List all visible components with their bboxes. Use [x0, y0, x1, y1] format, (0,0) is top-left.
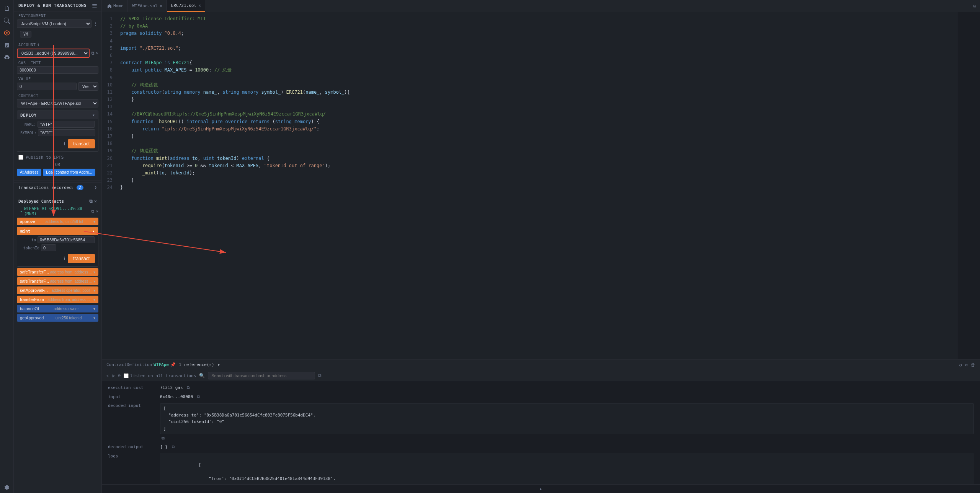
set-approval-button[interactable]: setApprovalF... address operator, bool ▾ — [17, 286, 98, 294]
tab-wtfape[interactable]: WTFApe.sol × — [129, 0, 167, 12]
decoded-input-copy-icon[interactable]: ⧉ — [162, 436, 165, 441]
environment-select[interactable]: JavaScript VM (London) — [17, 20, 91, 28]
refresh-icon[interactable]: ↺ — [959, 362, 962, 368]
load-contract-button[interactable]: Load contract from Addre... — [43, 169, 95, 176]
forward-icon[interactable]: ▷ — [112, 373, 115, 378]
gas-limit-input[interactable] — [17, 66, 98, 74]
get-approved-chevron-icon: ▾ — [93, 316, 95, 320]
search-log-icon[interactable]: 🔍 — [199, 373, 205, 378]
transfer-from-button[interactable]: transferFrom address from, address ... ▾ — [17, 296, 98, 303]
panel-menu-icon[interactable] — [92, 3, 97, 8]
tab-split-icon[interactable]: ⊟ — [971, 3, 978, 9]
log-decoded-input: decoded input [ "address to": "0x5B38Da6… — [108, 402, 974, 441]
ref-chevron-icon[interactable]: ▾ — [217, 362, 220, 368]
decoded-input-key: decoded input — [108, 402, 154, 441]
transactions-count-badge: 2 — [77, 185, 83, 190]
trash-icon[interactable]: 🗑 — [971, 362, 975, 368]
safe-transfer2-button[interactable]: safeTransferF... address from, address .… — [17, 277, 98, 285]
tab-wtfape-close-icon[interactable]: × — [160, 4, 162, 8]
deployed-delete-icon[interactable]: ✕ — [94, 199, 97, 204]
input-copy-icon[interactable]: ⧉ — [197, 394, 200, 399]
mint-info-icon[interactable]: ℹ — [64, 256, 65, 261]
tab-erc721[interactable]: ERC721.sol × — [167, 0, 205, 12]
bottom-chevron[interactable]: ▸ — [102, 484, 980, 493]
vm-badge[interactable]: VM — [20, 31, 31, 37]
deploy-symbol-row: SYMBOL: — [20, 129, 95, 136]
left-panel: DEPLOY & RUN TRANSACTIONS ENVIRONMENT Ja… — [14, 0, 102, 493]
mint-chevron-icon: ▴ — [92, 228, 95, 234]
stop-icon[interactable]: ⊘ — [965, 362, 968, 368]
code-editor[interactable]: // SPDX-License-Identifier: MIT // by 0x… — [116, 12, 957, 359]
at-address-button[interactable]: At Address — [17, 169, 41, 176]
safe-transfer1-fn-row: safeTransferF... address from, address .… — [17, 268, 98, 276]
transactions-recorded-row[interactable]: Transactions recorded: 2 ❯ — [14, 182, 101, 192]
svg-rect-1 — [92, 4, 97, 5]
account-info-icon[interactable]: ℹ — [38, 43, 39, 47]
account-select[interactable]: 0x5B3...eddC4 (99.9999999... — [17, 49, 90, 58]
log-logs: logs [ "from": "0x0#14dCCEB2B3825d401e48… — [108, 453, 974, 484]
balance-of-button[interactable]: balanceOf address owner ▾ — [17, 305, 98, 312]
home-icon — [107, 4, 112, 8]
compile-icon[interactable] — [2, 40, 12, 50]
decoded-output-value: { } ⧉ — [160, 444, 974, 451]
contract-def-name: WTFApe — [154, 362, 169, 367]
mint-tokenid-input[interactable] — [41, 244, 56, 251]
value-input[interactable] — [17, 83, 77, 90]
deployed-copy-icon[interactable]: ⧉ — [89, 199, 93, 204]
bottom-panel: ContractDefinition WTFApe 📌 1 reference(… — [102, 359, 980, 493]
value-label: VALUE — [14, 75, 101, 81]
gas-input-row — [14, 65, 101, 75]
deploy-transact-button[interactable]: transact — [68, 139, 95, 148]
mint-header[interactable]: mint ▴ — [17, 227, 98, 235]
input-value: 0x40e...00000 ⧉ — [160, 394, 974, 400]
account-copy-icon[interactable]: ⧉ — [91, 50, 95, 56]
publish-ipfs-checkbox[interactable] — [18, 155, 23, 160]
balance-of-param: address owner — [54, 307, 79, 311]
wtfape-contract-row[interactable]: ▾ WTFAPE AT 0XD91...39:38 (MEM) ⧉ ✕ — [14, 205, 101, 217]
tab-home-label: Home — [113, 3, 124, 8]
transfer-from-label: transferFrom — [20, 297, 44, 302]
exec-cost-copy-icon[interactable]: ⧉ — [187, 385, 190, 390]
approve-param: address to, uint256 tol — [46, 220, 83, 224]
account-edit-icon[interactable]: ✎ — [96, 50, 98, 56]
tab-home[interactable]: Home — [103, 0, 128, 12]
plugin-icon[interactable] — [2, 28, 12, 38]
safe-transfer1-button[interactable]: safeTransferF... address from, address .… — [17, 268, 98, 276]
search-log-input[interactable] — [208, 372, 315, 379]
get-approved-button[interactable]: getApproved uint256 tokenId ▾ — [17, 314, 98, 322]
decoded-output-copy-icon[interactable]: ⧉ — [172, 444, 175, 449]
settings-icon[interactable] — [2, 482, 12, 493]
deploy-symbol-input[interactable] — [38, 129, 95, 136]
svg-point-0 — [6, 32, 8, 34]
contract-select[interactable]: WTFApe - ERC721/WTFApe.sol — [17, 99, 98, 107]
wtfape-contract-label: WTFAPE AT 0XD91...39:38 (MEM) — [24, 206, 91, 216]
env-dots-icon[interactable]: ⋮ — [93, 21, 98, 27]
safe-transfer1-chevron-icon: ▾ — [93, 270, 95, 274]
deploy-info-icon[interactable]: ℹ — [64, 141, 65, 146]
mint-to-row: to — [20, 236, 95, 243]
editor-area: 1234 5678 9101112 13141516 17181920 2122… — [102, 12, 980, 493]
back-icon[interactable]: ◁ — [106, 373, 109, 378]
copy-log-icon[interactable]: ⧉ — [318, 373, 322, 378]
set-approval-label: setApprovalF... — [20, 288, 48, 293]
safe-transfer2-label: safeTransferF... — [20, 279, 49, 283]
mint-tokenid-row: tokenId — [20, 244, 95, 251]
search-sidebar-icon[interactable] — [2, 15, 12, 26]
ref-label: 1 reference(s) — [179, 362, 214, 367]
tx-count-label: 0 — [118, 373, 121, 378]
approve-button[interactable]: approve address to, uint256 tol ▾ — [17, 218, 98, 225]
wtfape-delete-icon[interactable]: ✕ — [96, 209, 98, 214]
debug-icon[interactable] — [2, 52, 12, 63]
wtfape-copy-icon[interactable]: ⧉ — [91, 209, 94, 214]
listen-checkbox[interactable] — [124, 373, 129, 378]
mint-to-input[interactable] — [38, 236, 95, 243]
bottom-tabs-bar: ContractDefinition WTFApe 📌 1 reference(… — [102, 360, 980, 370]
deploy-name-input[interactable] — [38, 121, 95, 128]
mint-transact-button[interactable]: transact — [68, 254, 95, 263]
wei-select[interactable]: Wei — [78, 82, 98, 91]
exec-cost-value: 71312 gas ⧉ — [160, 384, 974, 391]
files-icon[interactable] — [2, 3, 12, 14]
deploy-header[interactable]: DEPLOY ▾ — [17, 111, 98, 119]
mint-label: mint — [20, 229, 31, 234]
tab-erc721-close-icon[interactable]: × — [199, 3, 201, 8]
